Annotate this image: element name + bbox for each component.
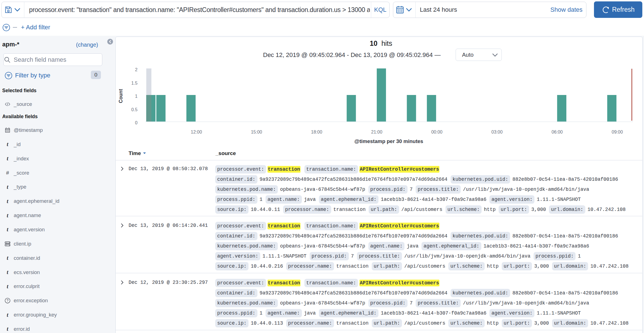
svg-text:?: ? [7, 299, 9, 303]
